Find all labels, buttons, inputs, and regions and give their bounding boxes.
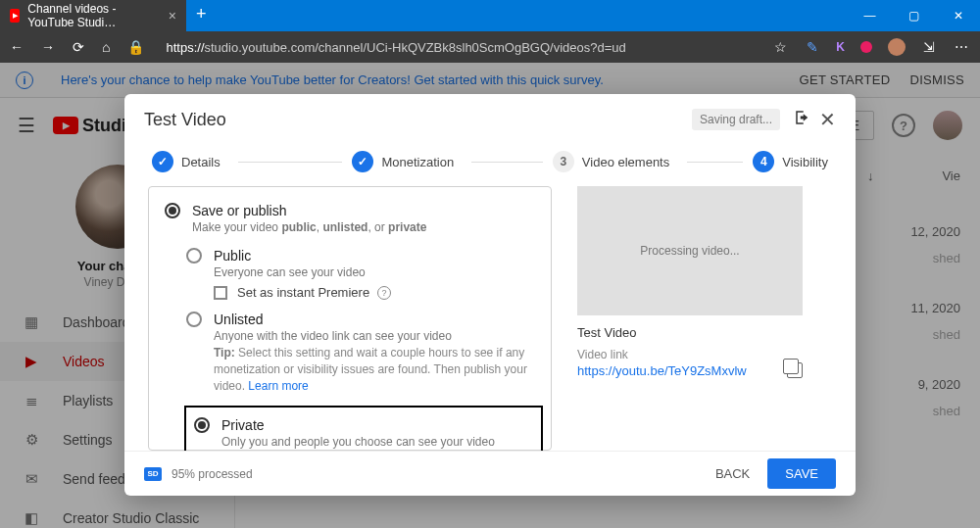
radio-icon[interactable] — [186, 248, 202, 264]
saving-status: Saving draft... — [692, 109, 780, 130]
new-tab-button[interactable]: + — [186, 0, 217, 28]
nav-forward-icon[interactable]: → — [39, 39, 57, 55]
check-icon: ✓ — [352, 151, 373, 172]
radio-checked-icon[interactable] — [165, 203, 180, 218]
close-icon[interactable]: ✕ — [819, 108, 836, 131]
lock-icon: 🔒 — [125, 39, 146, 55]
learn-more-link[interactable]: Learn more — [248, 379, 308, 393]
nav-home-icon[interactable]: ⌂ — [100, 39, 112, 55]
video-preview: Processing video... Test Video Video lin… — [577, 186, 803, 451]
option-unlisted[interactable]: Unlisted Anyone with the video link can … — [186, 312, 535, 394]
browser-address-bar: ← → ⟳ ⌂ 🔒 https://studio.youtube.com/cha… — [0, 31, 980, 63]
extension-icon[interactable]: ⇲ — [921, 39, 937, 55]
user-avatar-small[interactable] — [888, 38, 906, 56]
video-thumbnail: Processing video... — [577, 186, 803, 315]
browser-tab[interactable]: Channel videos - YouTube Studi… × — [0, 0, 186, 31]
favorite-icon[interactable]: ☆ — [772, 39, 789, 55]
profile-k-icon[interactable]: K — [836, 40, 845, 54]
step-details[interactable]: ✓Details — [152, 151, 352, 172]
youtube-favicon — [10, 9, 20, 23]
step-video-elements[interactable]: 3Video elements — [553, 151, 753, 172]
radio-icon[interactable] — [186, 312, 202, 327]
processing-text: 95% processed — [172, 467, 253, 481]
window-minimize-button[interactable]: ― — [848, 0, 892, 31]
option-public[interactable]: Public Everyone can see your video Set a… — [186, 248, 535, 300]
radio-checked-icon[interactable] — [194, 417, 210, 433]
more-menu-icon[interactable]: ⋯ — [953, 39, 972, 55]
sd-badge-icon: SD — [144, 467, 162, 481]
check-icon: ✓ — [152, 151, 173, 172]
record-dot-icon[interactable] — [860, 41, 872, 53]
url-text[interactable]: https://studio.youtube.com/channel/UCi-H… — [166, 40, 625, 55]
save-or-publish-option[interactable]: Save or publish — [165, 203, 535, 218]
video-link-label: Video link — [577, 348, 803, 361]
dialog-footer: SD 95% processed BACK SAVE — [124, 451, 856, 496]
stepper: ✓Details ✓Monetization 3Video elements 4… — [124, 145, 856, 186]
dialog-title: Test Video — [144, 110, 226, 130]
save-button[interactable]: SAVE — [767, 458, 836, 489]
premiere-checkbox[interactable]: Set as instant Premiere? — [214, 285, 535, 300]
unlisted-tip: Tip: Select this setting and wait a coup… — [214, 345, 535, 394]
video-title: Test Video — [577, 325, 803, 340]
pencil-icon[interactable]: ✎ — [805, 39, 820, 55]
tab-title: Channel videos - YouTube Studi… — [27, 2, 160, 29]
tab-close-icon[interactable]: × — [169, 8, 176, 24]
option-private[interactable]: Private Only you and people you choose c… — [184, 406, 543, 451]
step-visibility[interactable]: 4Visibility — [753, 151, 828, 172]
step-monetization[interactable]: ✓Monetization — [352, 151, 552, 172]
window-maximize-button[interactable]: ▢ — [892, 0, 936, 31]
window-close-button[interactable]: ✕ — [936, 0, 980, 31]
visibility-panel: Save or publish Make your video public, … — [148, 186, 552, 451]
back-button[interactable]: BACK — [715, 466, 750, 481]
upload-visibility-dialog: Test Video Saving draft... ✕ ✓Details ✓M… — [124, 94, 856, 496]
browser-titlebar: Channel videos - YouTube Studi… × + ― ▢ … — [0, 0, 980, 31]
checkbox-icon[interactable] — [214, 286, 227, 300]
help-tooltip-icon[interactable]: ? — [377, 286, 391, 300]
nav-refresh-icon[interactable]: ⟳ — [71, 39, 86, 55]
video-link[interactable]: https://youtu.be/TeY9ZsMxvlw — [577, 363, 747, 378]
copy-icon[interactable] — [787, 362, 803, 378]
nav-back-icon[interactable]: ← — [8, 39, 25, 55]
sop-desc: Make your video public, unlisted, or pri… — [192, 220, 535, 234]
exit-icon[interactable] — [794, 109, 811, 131]
